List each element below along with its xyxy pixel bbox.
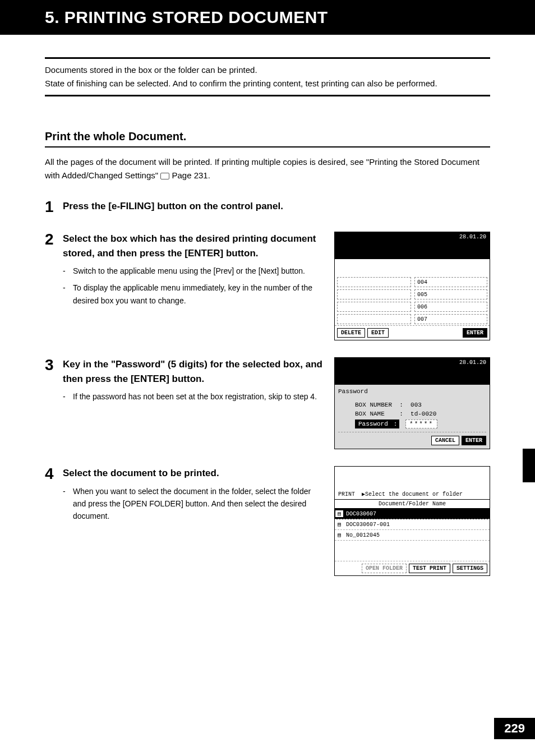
panel3-header-left: PRINT [338,491,355,497]
delete-button[interactable]: DELETE [337,328,365,338]
box-row-value: 007 [414,314,487,324]
section-desc-suffix: Page 231. [172,170,210,180]
cancel-button[interactable]: CANCEL [431,436,459,445]
step-3: 3 Key in the "Password" (5 digits) for t… [45,357,490,449]
enter-button[interactable]: ENTER [463,328,487,338]
page-title: 5. PRINTING STORED DOCUMENT [0,0,535,35]
step-1-title: Press the [e-FILING] button on the contr… [63,199,490,214]
document-name: DOC030607 [344,511,376,517]
edit-button[interactable]: EDIT [367,328,389,338]
step-2-sub-2: -To display the applicable menu immediat… [63,282,323,307]
step-3-title: Key in the "Password" (5 digits) for the… [63,357,323,386]
step-4: 4 Select the document to be printed. -Wh… [45,466,490,576]
password-heading: Password [338,388,486,395]
box-number-label: BOX NUMBER [355,402,392,408]
step-2-title: Select the box which has the desired pri… [63,232,323,260]
document-name: No_0012045 [344,532,380,538]
box-row[interactable]: 005 [335,288,490,301]
box-row-value: 006 [414,302,487,312]
section-heading: Print the whole Document. [45,130,490,147]
password-field-label: Password [355,420,391,428]
intro-line-1: Documents stored in the box or the folde… [45,65,257,75]
box-row[interactable]: 007 [335,313,490,325]
document-row[interactable]: ▤ No_0012045 [335,530,490,541]
panel2-date: 28.01.20 [459,359,486,366]
document-icon: ▤ [335,532,344,538]
document-icon: ▤ [335,521,344,528]
step-2: 2 Select the box which has the desired p… [45,232,490,340]
screen-panel-password: 28.01.20 Password BOX NUMBER : 003 BOX N… [334,357,490,449]
book-icon [160,173,169,179]
step-2-sub-1: -Switch to the applicable menu using the… [63,265,323,277]
document-row[interactable]: ▤ DOC030607-001 [335,519,490,530]
step-3-sub-1: -If the password has not been set at the… [63,390,323,403]
rule-top [45,57,490,59]
document-name: DOC030607-001 [344,522,390,528]
box-number-value: 003 [411,402,422,408]
settings-button[interactable]: SETTINGS [453,564,487,573]
document-row-selected[interactable]: ▤ DOC030607 [335,509,490,519]
rule-bottom [45,95,490,96]
chapter-tab [523,449,535,482]
step-3-sub-1-text: If the password has not been set at the … [73,392,317,401]
step-4-title: Select the document to be printed. [63,466,323,481]
panel3-column-header: Document/Folder Name [335,500,490,509]
step-4-sub-1: -When you want to select the document in… [63,485,323,523]
box-row[interactable]: 004 [335,276,490,288]
panel3-header-right: Select the document or folder [365,491,463,497]
step-3-number: 3 [45,357,63,449]
section-description: All the pages of the document will be pr… [45,155,490,182]
step-4-sub-1-text: When you want to select the document in … [73,487,311,521]
step-2-sub-1-text: Switch to the applicable menu using the … [73,266,305,275]
screen-panel-doc-select: PRINT ▶Select the document or folder Doc… [334,466,490,576]
enter-button[interactable]: ENTER [462,436,486,445]
step-1-number: 1 [45,199,63,215]
open-folder-button[interactable]: OPEN FOLDER [362,564,407,573]
step-4-number: 4 [45,466,63,576]
intro-text: Documents stored in the box or the folde… [45,63,490,90]
test-print-button[interactable]: TEST PRINT [409,564,450,573]
step-2-number: 2 [45,232,63,340]
intro-line-2: State of finishing can be selected. And … [45,79,437,88]
box-row-value: 005 [414,289,487,299]
box-name-label: BOX NAME [355,411,385,417]
password-input[interactable]: ***** [405,420,437,428]
step-2-sub-2-text: To display the applicable menu immediate… [73,283,312,305]
panel1-date: 28.01.20 [459,234,486,240]
box-row[interactable]: 006 [335,301,490,313]
box-name-value: td-0020 [411,411,436,417]
document-icon: ▤ [335,510,343,517]
box-row-value: 004 [414,277,487,287]
screen-panel-box-select: 28.01.20 004 005 006 007 DELETE EDIT ENT… [334,232,490,340]
page-number: 229 [494,718,535,739]
section-desc-prefix: All the pages of the document will be pr… [45,157,479,180]
step-1: 1 Press the [e-FILING] button on the con… [45,199,490,215]
